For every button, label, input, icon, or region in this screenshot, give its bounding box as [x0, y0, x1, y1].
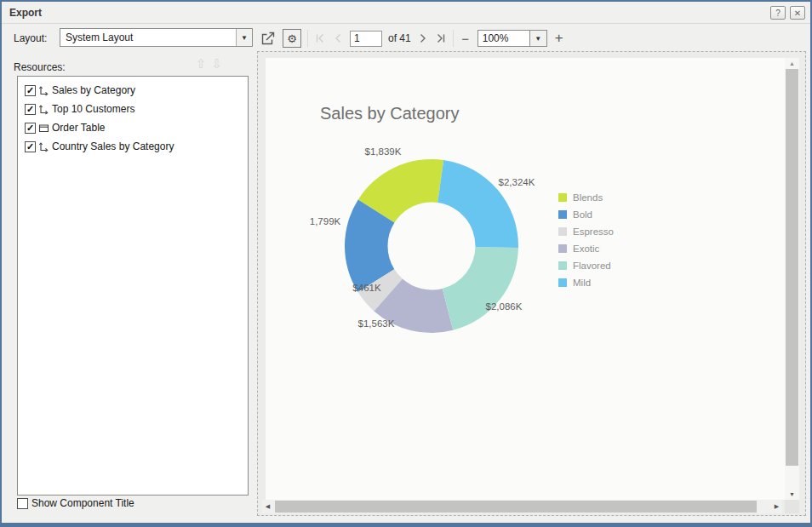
legend-item-espresso: Espresso [558, 223, 614, 240]
export-button[interactable] [260, 31, 277, 47]
horizontal-scrollbar[interactable]: ◀ ▶ [262, 500, 782, 513]
resource-item-order-table[interactable]: ✓Order Table [18, 118, 248, 137]
legend-swatch [558, 210, 567, 219]
chevron-down-icon[interactable]: ▼ [530, 30, 547, 47]
horizontal-scrollbar-thumb[interactable] [275, 501, 757, 513]
zoom-out-button[interactable]: − [460, 32, 472, 46]
resource-checkbox[interactable]: ✓ [25, 123, 36, 134]
donut-slice-mild [437, 160, 518, 248]
scroll-left-icon[interactable]: ◀ [262, 500, 273, 513]
scroll-up-icon[interactable]: ▲ [785, 58, 799, 69]
legend-label: Mild [573, 278, 591, 288]
window-buttons: ? ✕ [770, 6, 805, 20]
legend-label: Exotic [573, 243, 599, 254]
export-icon [260, 31, 277, 47]
legend-item-flavored: Flavored [558, 257, 614, 274]
resource-label: Country Sales by Category [52, 140, 174, 152]
resource-label: Sales by Category [52, 84, 135, 96]
zoom-value: 100% [477, 30, 530, 47]
donut-chart [266, 58, 785, 500]
preview-page: Sales by Category BlendsBoldEspressoExot… [266, 58, 785, 500]
legend-swatch [558, 193, 567, 202]
help-icon[interactable]: ? [770, 6, 786, 20]
previous-page-icon [332, 32, 344, 44]
slice-label-mild: $2,324K [499, 177, 535, 187]
dialog-titlebar: Export ? ✕ [2, 2, 810, 24]
layout-dropdown-value: System Layout [60, 29, 236, 46]
show-component-title-label: Show Component Title [31, 497, 134, 509]
export-dialog: Export ? ✕ Layout: System Layout ▼ ⚙ [0, 0, 812, 527]
dialog-title: Export [9, 7, 42, 19]
resource-checkbox[interactable]: ✓ [25, 141, 36, 152]
legend-item-exotic: Exotic [558, 240, 614, 257]
legend-label: Flavored [573, 261, 611, 271]
previous-page-button[interactable] [332, 32, 344, 44]
slice-label-bold: 1,799K [310, 216, 340, 226]
reorder-buttons: ⇧ ⇩ [196, 56, 222, 72]
chevron-down-icon[interactable]: ▼ [236, 29, 252, 46]
resource-checkbox[interactable]: ✓ [25, 104, 36, 115]
legend-item-bold: Bold [558, 206, 614, 223]
toolbar-separator [307, 30, 308, 47]
gear-icon: ⚙ [287, 32, 297, 45]
donut-slice-flavored [443, 247, 518, 330]
preview-toolbar: ⚙ of 41 [260, 26, 565, 51]
legend-swatch [558, 261, 567, 270]
legend-swatch [558, 278, 567, 287]
move-down-icon[interactable]: ⇩ [212, 56, 223, 72]
xy-chart-icon [38, 85, 49, 96]
legend-item-mild: Mild [558, 274, 614, 291]
resource-item-country-sales-by-category[interactable]: ✓Country Sales by Category [18, 137, 248, 156]
vertical-scrollbar-thumb[interactable] [786, 69, 798, 466]
page-number-input[interactable] [350, 31, 382, 47]
first-page-icon [314, 32, 326, 44]
close-icon[interactable]: ✕ [790, 6, 805, 20]
zoom-in-button[interactable]: + [553, 30, 565, 47]
xy-chart-icon [38, 104, 49, 115]
scroll-down-icon[interactable]: ▼ [785, 489, 799, 500]
resource-item-top-10-customers[interactable]: ✓Top 10 Customers [18, 100, 248, 118]
scrollbar-corner [785, 500, 799, 513]
settings-button[interactable]: ⚙ [283, 29, 301, 48]
resources-label: Resources: [14, 61, 66, 73]
layout-dropdown[interactable]: System Layout ▼ [60, 28, 253, 47]
next-page-button[interactable] [417, 32, 429, 44]
slice-label-blends: $1,839K [365, 146, 402, 157]
last-page-icon [435, 32, 447, 44]
slice-label-exotic: $1,563K [358, 318, 395, 329]
resource-label: Order Table [52, 122, 105, 134]
xy-chart-icon [38, 141, 49, 152]
layout-label: Layout: [14, 32, 47, 44]
scroll-right-icon[interactable]: ▶ [771, 500, 782, 513]
toolbar-separator [453, 30, 454, 47]
move-up-icon[interactable]: ⇧ [196, 56, 207, 72]
slice-label-flavored: $2,086K [486, 301, 523, 312]
legend-item-blends: Blends [558, 189, 614, 206]
legend-swatch [558, 244, 567, 253]
last-page-button[interactable] [435, 32, 447, 44]
chart-legend: BlendsBoldEspressoExoticFlavoredMild [558, 189, 614, 291]
horizontal-scrollbar-track[interactable] [273, 500, 771, 513]
table-icon [38, 123, 49, 134]
legend-swatch [558, 227, 567, 236]
slice-label-espresso: $461K [352, 283, 380, 293]
resource-checkbox[interactable]: ✓ [25, 85, 36, 96]
legend-label: Bold [573, 209, 592, 220]
preview-area: Sales by Category BlendsBoldEspressoExot… [257, 51, 806, 516]
next-page-icon [417, 32, 429, 44]
page-total-label: of 41 [388, 32, 411, 44]
legend-label: Blends [573, 192, 603, 203]
zoom-combo[interactable]: 100% ▼ [477, 30, 547, 47]
first-page-button[interactable] [314, 32, 326, 44]
legend-label: Espresso [573, 226, 614, 237]
show-component-title-row[interactable]: Show Component Title [17, 497, 134, 509]
resource-item-sales-by-category[interactable]: ✓Sales by Category [18, 81, 248, 100]
show-component-title-checkbox[interactable] [17, 498, 28, 509]
resources-list: ✓Sales by Category✓Top 10 Customers✓Orde… [17, 76, 249, 495]
resource-label: Top 10 Customers [52, 103, 134, 115]
vertical-scrollbar[interactable]: ▲ ▼ [785, 58, 799, 500]
